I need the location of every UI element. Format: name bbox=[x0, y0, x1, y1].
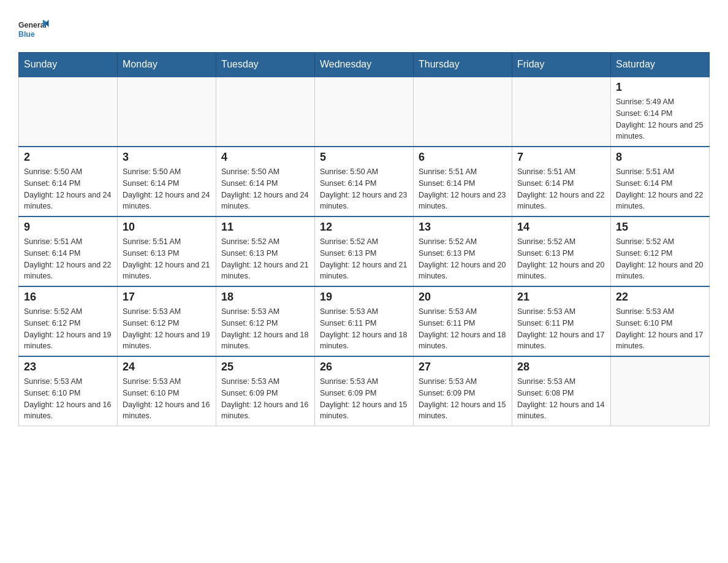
day-number: 25 bbox=[221, 361, 309, 373]
weekday-header-saturday: Saturday bbox=[611, 53, 710, 77]
weekday-header-thursday: Thursday bbox=[414, 53, 512, 77]
calendar-cell bbox=[118, 77, 216, 147]
calendar-cell: 1Sunrise: 5:49 AM Sunset: 6:14 PM Daylig… bbox=[611, 77, 710, 147]
calendar-cell: 9Sunrise: 5:51 AM Sunset: 6:14 PM Daylig… bbox=[19, 216, 118, 286]
calendar-cell: 23Sunrise: 5:53 AM Sunset: 6:10 PM Dayli… bbox=[19, 356, 118, 426]
logo: General Blue bbox=[18, 12, 52, 46]
day-info: Sunrise: 5:51 AM Sunset: 6:14 PM Dayligh… bbox=[616, 166, 704, 212]
weekday-header-tuesday: Tuesday bbox=[216, 53, 315, 77]
day-number: 22 bbox=[616, 291, 704, 304]
calendar-cell: 22Sunrise: 5:53 AM Sunset: 6:10 PM Dayli… bbox=[611, 286, 710, 356]
day-info: Sunrise: 5:53 AM Sunset: 6:11 PM Dayligh… bbox=[517, 306, 605, 352]
calendar-cell bbox=[414, 77, 512, 147]
calendar-cell: 7Sunrise: 5:51 AM Sunset: 6:14 PM Daylig… bbox=[512, 147, 611, 216]
day-info: Sunrise: 5:53 AM Sunset: 6:10 PM Dayligh… bbox=[123, 376, 211, 422]
calendar-week-row: 1Sunrise: 5:49 AM Sunset: 6:14 PM Daylig… bbox=[19, 77, 710, 147]
calendar-week-row: 2Sunrise: 5:50 AM Sunset: 6:14 PM Daylig… bbox=[19, 147, 710, 216]
calendar-cell: 2Sunrise: 5:50 AM Sunset: 6:14 PM Daylig… bbox=[19, 147, 118, 216]
calendar-cell bbox=[512, 77, 611, 147]
day-info: Sunrise: 5:51 AM Sunset: 6:14 PM Dayligh… bbox=[517, 166, 605, 212]
day-number: 15 bbox=[616, 221, 704, 234]
calendar-cell: 20Sunrise: 5:53 AM Sunset: 6:11 PM Dayli… bbox=[414, 286, 512, 356]
day-number: 9 bbox=[24, 221, 112, 234]
calendar-cell bbox=[611, 356, 710, 426]
calendar-cell bbox=[19, 77, 118, 147]
calendar-cell: 6Sunrise: 5:51 AM Sunset: 6:14 PM Daylig… bbox=[414, 147, 512, 216]
day-number: 1 bbox=[616, 81, 704, 94]
day-number: 16 bbox=[24, 291, 112, 304]
calendar-header-row: SundayMondayTuesdayWednesdayThursdayFrid… bbox=[19, 53, 710, 77]
day-info: Sunrise: 5:49 AM Sunset: 6:14 PM Dayligh… bbox=[616, 96, 704, 142]
day-info: Sunrise: 5:50 AM Sunset: 6:14 PM Dayligh… bbox=[123, 166, 211, 212]
calendar-week-row: 23Sunrise: 5:53 AM Sunset: 6:10 PM Dayli… bbox=[19, 356, 710, 426]
calendar-cell: 17Sunrise: 5:53 AM Sunset: 6:12 PM Dayli… bbox=[118, 286, 216, 356]
day-info: Sunrise: 5:52 AM Sunset: 6:12 PM Dayligh… bbox=[616, 236, 704, 282]
day-number: 24 bbox=[123, 361, 211, 373]
weekday-header-sunday: Sunday bbox=[19, 53, 118, 77]
calendar-cell: 10Sunrise: 5:51 AM Sunset: 6:13 PM Dayli… bbox=[118, 216, 216, 286]
day-info: Sunrise: 5:52 AM Sunset: 6:13 PM Dayligh… bbox=[320, 236, 408, 282]
calendar-cell: 8Sunrise: 5:51 AM Sunset: 6:14 PM Daylig… bbox=[611, 147, 710, 216]
day-number: 18 bbox=[221, 291, 309, 304]
day-info: Sunrise: 5:53 AM Sunset: 6:09 PM Dayligh… bbox=[221, 376, 309, 422]
day-info: Sunrise: 5:53 AM Sunset: 6:09 PM Dayligh… bbox=[320, 376, 408, 422]
svg-text:General: General bbox=[18, 21, 47, 29]
day-number: 8 bbox=[616, 151, 704, 164]
day-info: Sunrise: 5:50 AM Sunset: 6:14 PM Dayligh… bbox=[24, 166, 112, 212]
calendar-table: SundayMondayTuesdayWednesdayThursdayFrid… bbox=[18, 52, 710, 426]
svg-text:Blue: Blue bbox=[18, 30, 35, 39]
calendar-cell: 3Sunrise: 5:50 AM Sunset: 6:14 PM Daylig… bbox=[118, 147, 216, 216]
weekday-header-wednesday: Wednesday bbox=[315, 53, 414, 77]
day-number: 7 bbox=[517, 151, 605, 164]
day-info: Sunrise: 5:50 AM Sunset: 6:14 PM Dayligh… bbox=[221, 166, 309, 212]
day-number: 3 bbox=[123, 151, 211, 164]
calendar-cell: 14Sunrise: 5:52 AM Sunset: 6:13 PM Dayli… bbox=[512, 216, 611, 286]
day-info: Sunrise: 5:51 AM Sunset: 6:14 PM Dayligh… bbox=[419, 166, 507, 212]
weekday-header-monday: Monday bbox=[118, 53, 216, 77]
calendar-cell: 4Sunrise: 5:50 AM Sunset: 6:14 PM Daylig… bbox=[216, 147, 315, 216]
day-number: 10 bbox=[123, 221, 211, 234]
calendar-cell: 11Sunrise: 5:52 AM Sunset: 6:13 PM Dayli… bbox=[216, 216, 315, 286]
day-info: Sunrise: 5:52 AM Sunset: 6:13 PM Dayligh… bbox=[419, 236, 507, 282]
day-number: 2 bbox=[24, 151, 112, 164]
weekday-header-friday: Friday bbox=[512, 53, 611, 77]
page-header: General Blue bbox=[18, 12, 710, 46]
day-number: 12 bbox=[320, 221, 408, 234]
day-number: 13 bbox=[419, 221, 507, 234]
day-info: Sunrise: 5:50 AM Sunset: 6:14 PM Dayligh… bbox=[320, 166, 408, 212]
calendar-cell: 27Sunrise: 5:53 AM Sunset: 6:09 PM Dayli… bbox=[414, 356, 512, 426]
calendar-cell bbox=[216, 77, 315, 147]
calendar-cell: 19Sunrise: 5:53 AM Sunset: 6:11 PM Dayli… bbox=[315, 286, 414, 356]
calendar-cell: 18Sunrise: 5:53 AM Sunset: 6:12 PM Dayli… bbox=[216, 286, 315, 356]
day-info: Sunrise: 5:52 AM Sunset: 6:12 PM Dayligh… bbox=[24, 306, 112, 352]
calendar-cell: 16Sunrise: 5:52 AM Sunset: 6:12 PM Dayli… bbox=[19, 286, 118, 356]
day-info: Sunrise: 5:53 AM Sunset: 6:08 PM Dayligh… bbox=[517, 376, 605, 422]
day-info: Sunrise: 5:53 AM Sunset: 6:10 PM Dayligh… bbox=[616, 306, 704, 352]
calendar-cell: 28Sunrise: 5:53 AM Sunset: 6:08 PM Dayli… bbox=[512, 356, 611, 426]
calendar-cell: 15Sunrise: 5:52 AM Sunset: 6:12 PM Dayli… bbox=[611, 216, 710, 286]
day-number: 21 bbox=[517, 291, 605, 304]
day-info: Sunrise: 5:53 AM Sunset: 6:11 PM Dayligh… bbox=[320, 306, 408, 352]
calendar-cell: 25Sunrise: 5:53 AM Sunset: 6:09 PM Dayli… bbox=[216, 356, 315, 426]
day-info: Sunrise: 5:51 AM Sunset: 6:13 PM Dayligh… bbox=[123, 236, 211, 282]
calendar-cell: 12Sunrise: 5:52 AM Sunset: 6:13 PM Dayli… bbox=[315, 216, 414, 286]
day-info: Sunrise: 5:52 AM Sunset: 6:13 PM Dayligh… bbox=[221, 236, 309, 282]
day-number: 27 bbox=[419, 361, 507, 373]
day-info: Sunrise: 5:53 AM Sunset: 6:11 PM Dayligh… bbox=[419, 306, 507, 352]
day-number: 26 bbox=[320, 361, 408, 373]
calendar-week-row: 9Sunrise: 5:51 AM Sunset: 6:14 PM Daylig… bbox=[19, 216, 710, 286]
day-number: 28 bbox=[517, 361, 605, 373]
day-number: 23 bbox=[24, 361, 112, 373]
day-info: Sunrise: 5:53 AM Sunset: 6:12 PM Dayligh… bbox=[123, 306, 211, 352]
calendar-cell: 24Sunrise: 5:53 AM Sunset: 6:10 PM Dayli… bbox=[118, 356, 216, 426]
day-number: 11 bbox=[221, 221, 309, 234]
day-number: 4 bbox=[221, 151, 309, 164]
logo-image: General Blue bbox=[18, 12, 52, 46]
day-info: Sunrise: 5:53 AM Sunset: 6:09 PM Dayligh… bbox=[419, 376, 507, 422]
calendar-cell: 5Sunrise: 5:50 AM Sunset: 6:14 PM Daylig… bbox=[315, 147, 414, 216]
day-number: 17 bbox=[123, 291, 211, 304]
day-info: Sunrise: 5:51 AM Sunset: 6:14 PM Dayligh… bbox=[24, 236, 112, 282]
calendar-week-row: 16Sunrise: 5:52 AM Sunset: 6:12 PM Dayli… bbox=[19, 286, 710, 356]
day-number: 19 bbox=[320, 291, 408, 304]
day-number: 6 bbox=[419, 151, 507, 164]
